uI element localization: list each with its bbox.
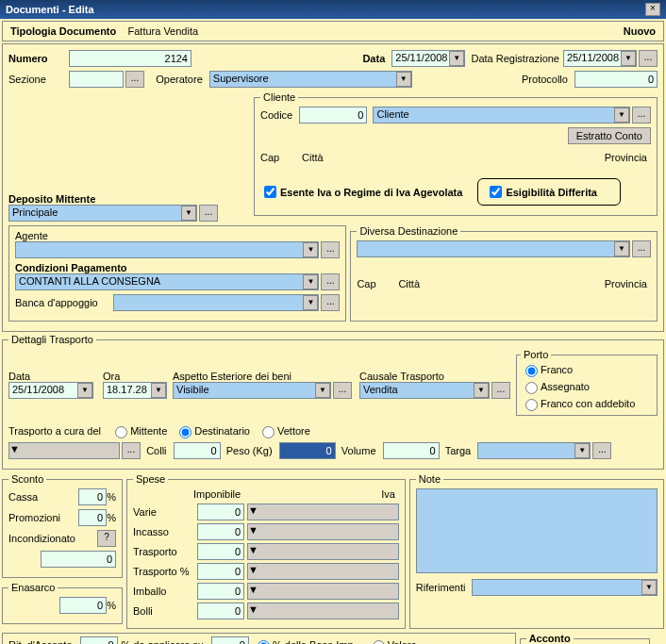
rit-valore[interactable]: Valore (368, 637, 417, 644)
chevron-down-icon[interactable]: ▼ (181, 206, 196, 221)
chevron-down-icon[interactable]: ▼ (248, 524, 258, 536)
targa-select[interactable]: ▼ (477, 442, 591, 459)
spese-imp-input[interactable] (197, 563, 244, 580)
esigibilita-check[interactable]: Esigibilità Differita (486, 183, 601, 201)
sconto-legend: Sconto (8, 473, 46, 485)
spese-row-label: Imballo (133, 586, 193, 597)
data-label: Data (362, 53, 385, 64)
data-reg-input[interactable]: 25/11/2008▼ (563, 50, 637, 67)
chevron-down-icon[interactable]: ▼ (9, 443, 20, 454)
cliente-tipo-select[interactable]: Cliente▼ (373, 107, 630, 124)
chevron-down-icon[interactable]: ▼ (614, 241, 629, 256)
codice-input[interactable] (299, 107, 367, 124)
chevron-down-icon[interactable]: ▼ (474, 383, 489, 398)
tr-ora-label: Ora (103, 371, 169, 382)
diversa-legend: Diversa Destinazione (357, 225, 460, 237)
chevron-down-icon[interactable]: ▼ (151, 383, 166, 398)
sezione-input[interactable] (69, 71, 124, 88)
incond-help[interactable]: ? (97, 530, 116, 547)
chevron-down-icon[interactable]: ▼ (248, 564, 258, 575)
colli-input[interactable] (174, 442, 221, 459)
operatore-select[interactable]: Supervisore▼ (209, 71, 412, 88)
spese-iva-select[interactable]: ▼ (247, 583, 399, 600)
porto-assegnato[interactable]: Assegnato (521, 379, 590, 394)
tr-ora-input[interactable]: 18.17.28▼ (103, 382, 167, 399)
volume-input[interactable] (383, 442, 440, 459)
spese-imp-input[interactable] (197, 504, 244, 520)
peso-input[interactable] (279, 442, 336, 459)
chevron-down-icon[interactable]: ▼ (641, 580, 657, 595)
data-input[interactable]: 25/11/2008▼ (391, 50, 465, 67)
chevron-down-icon[interactable]: ▼ (303, 295, 318, 310)
data-reg-browse[interactable]: ... (639, 50, 658, 67)
causale-label: Causale Trasporto (359, 371, 507, 382)
spese-iva-select[interactable]: ▼ (247, 523, 399, 540)
condizioni-select[interactable]: CONTANTI ALLA CONSEGNA▼ (15, 273, 319, 290)
chevron-down-icon[interactable]: ▼ (396, 72, 411, 87)
cura-destinatario[interactable]: Destinatario (175, 423, 250, 438)
spese-legend: Spese (133, 473, 168, 485)
promo-input[interactable] (78, 509, 107, 526)
causale-browse[interactable]: ... (491, 382, 510, 399)
sezione-browse[interactable]: ... (125, 71, 144, 88)
aspetto-select[interactable]: Visibile▼ (173, 382, 331, 399)
enasarco-input[interactable] (59, 597, 107, 614)
chevron-down-icon[interactable]: ▼ (303, 242, 318, 257)
rit-base-imp[interactable]: % della Base Imp. (253, 637, 357, 644)
aspetto-browse[interactable]: ... (333, 382, 352, 399)
cliente-browse[interactable]: ... (632, 107, 651, 124)
spese-imp-input[interactable] (197, 583, 244, 600)
spese-imp-input[interactable] (197, 603, 244, 619)
deposito-browse[interactable]: ... (199, 205, 218, 222)
spese-row-label: Trasporto % (133, 566, 193, 577)
chevron-down-icon[interactable]: ▼ (248, 544, 258, 555)
chevron-down-icon[interactable]: ▼ (248, 603, 258, 615)
chevron-down-icon[interactable]: ▼ (574, 443, 590, 458)
estratto-conto-button[interactable]: Estratto Conto (568, 127, 651, 144)
banca-select[interactable]: ▼ (113, 294, 319, 311)
condizioni-browse[interactable]: ... (321, 273, 340, 290)
spese-iva-select[interactable]: ▼ (247, 543, 399, 560)
agente-select[interactable]: ▼ (15, 241, 319, 258)
incond-input[interactable] (41, 551, 116, 568)
porto-franco-add[interactable]: Franco con addebito (521, 396, 635, 411)
cura-mittente[interactable]: Mittente (110, 423, 167, 438)
div-cap-label: Cap (357, 278, 394, 289)
riferimenti-select[interactable]: ▼ (472, 579, 658, 596)
esente-iva-check[interactable]: Esente Iva o Regime di Iva Agevolata (260, 183, 466, 201)
note-textarea[interactable] (416, 488, 658, 573)
chevron-down-icon[interactable]: ▼ (248, 504, 258, 516)
porto-franco[interactable]: Franco (521, 362, 573, 377)
rit-val2[interactable] (211, 636, 249, 644)
banca-browse[interactable]: ... (321, 294, 340, 311)
vettore-select[interactable]: ▼ (8, 442, 120, 459)
cura-vettore[interactable]: Vettore (258, 423, 310, 438)
spese-iva-select[interactable]: ▼ (247, 563, 399, 580)
diversa-select[interactable]: ▼ (357, 240, 630, 257)
spese-iva-select[interactable]: ▼ (247, 504, 399, 520)
chevron-down-icon[interactable]: ▼ (449, 51, 464, 66)
protocollo-input[interactable] (574, 71, 658, 88)
deposito-select[interactable]: Principale▼ (8, 205, 197, 222)
causale-select[interactable]: Vendita▼ (359, 382, 490, 399)
vettore-browse[interactable]: ... (122, 442, 141, 459)
chevron-down-icon[interactable]: ▼ (77, 383, 92, 398)
chevron-down-icon[interactable]: ▼ (303, 274, 318, 289)
cassa-input[interactable] (78, 488, 107, 505)
chevron-down-icon[interactable]: ▼ (614, 107, 629, 123)
spese-imp-input[interactable] (197, 543, 244, 560)
tr-data-input[interactable]: 25/11/2008▼ (8, 382, 93, 399)
diversa-browse[interactable]: ... (632, 240, 651, 257)
rit-val1[interactable] (80, 636, 118, 644)
chevron-down-icon[interactable]: ▼ (621, 51, 636, 66)
banca-label: Banca d'appoggio (15, 297, 109, 308)
incond-label: Incondizionato (8, 533, 92, 544)
spese-iva-select[interactable]: ▼ (247, 603, 399, 619)
chevron-down-icon[interactable]: ▼ (248, 584, 258, 595)
targa-browse[interactable]: ... (592, 442, 611, 459)
spese-imp-input[interactable] (197, 523, 244, 540)
chevron-down-icon[interactable]: ▼ (315, 383, 330, 398)
close-icon[interactable]: × (645, 3, 660, 16)
numero-input[interactable] (69, 50, 191, 67)
agente-browse[interactable]: ... (321, 241, 340, 258)
